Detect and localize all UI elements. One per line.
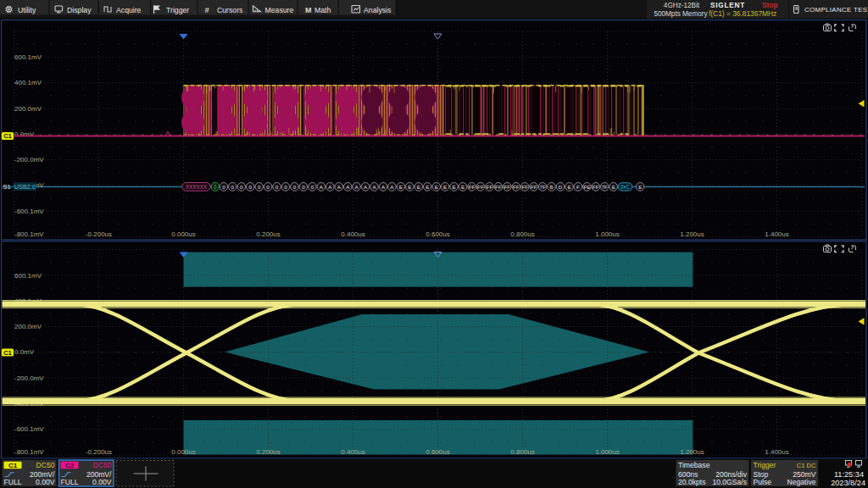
svg-text:-800.1mV: -800.1mV	[14, 448, 44, 456]
svg-text:7F: 7F	[602, 184, 608, 190]
svg-text:0: 0	[240, 184, 243, 190]
svg-text:0: 0	[311, 184, 314, 190]
svg-text:7F: 7F	[539, 184, 545, 190]
svg-text:Timebase: Timebase	[678, 461, 710, 469]
svg-text:0: 0	[284, 184, 287, 190]
svg-text:SIGLENT: SIGLENT	[710, 2, 745, 9]
svg-text:400.1mV: 400.1mV	[14, 79, 42, 86]
svg-text:-200.0mV: -200.0mV	[14, 374, 44, 382]
svg-text:C1: C1	[3, 349, 12, 357]
svg-text:E: E	[612, 184, 615, 190]
svg-text:FULL: FULL	[61, 478, 79, 486]
svg-text:20.0kpts: 20.0kpts	[678, 478, 706, 486]
svg-text:FF: FF	[495, 184, 502, 190]
svg-text:FF: FF	[487, 184, 493, 190]
svg-text:C1: C1	[3, 132, 12, 140]
svg-text:1.400us: 1.400us	[765, 448, 788, 456]
svg-text:0.400us: 0.400us	[341, 230, 364, 238]
svg-text:0: 0	[222, 184, 225, 190]
svg-text:FF: FF	[521, 184, 528, 190]
svg-text:E: E	[567, 184, 570, 190]
svg-text:10.0GSa/s: 10.0GSa/s	[712, 478, 747, 486]
svg-text:FULL: FULL	[4, 478, 22, 486]
svg-text:Measure: Measure	[265, 6, 294, 14]
svg-text:Negative: Negative	[787, 478, 816, 486]
svg-text:0: 0	[231, 184, 235, 190]
svg-text:S1: S1	[3, 183, 11, 191]
svg-text:FF: FF	[513, 184, 520, 190]
svg-text:Analysis: Analysis	[364, 6, 392, 14]
svg-text:0: 0	[302, 184, 305, 190]
svg-text:Stop: Stop	[762, 1, 778, 9]
svg-text:E: E	[435, 184, 438, 190]
svg-text:Display: Display	[67, 6, 92, 14]
svg-text:0.0mV: 0.0mV	[14, 348, 35, 356]
svg-text:0.800us: 0.800us	[510, 230, 534, 238]
svg-text:Acquire: Acquire	[116, 6, 142, 14]
svg-text:4GHz-12Bit: 4GHz-12Bit	[664, 2, 700, 9]
svg-text:0xC: 0xC	[620, 184, 631, 190]
svg-text:C2: C2	[65, 462, 75, 469]
svg-text:0.400us: 0.400us	[341, 448, 364, 456]
svg-text:E: E	[426, 184, 429, 190]
svg-text:1.000us: 1.000us	[595, 230, 619, 238]
svg-text:B: B	[550, 184, 554, 190]
svg-text:1.400us: 1.400us	[765, 230, 788, 238]
svg-text:Pulse: Pulse	[754, 478, 772, 486]
svg-text:Trigger: Trigger	[166, 6, 189, 14]
svg-text:-600.1mV: -600.1mV	[14, 425, 44, 433]
svg-text:C1: C1	[8, 462, 18, 469]
svg-text:2023/8/24: 2023/8/24	[831, 479, 865, 487]
svg-text:0.200us: 0.200us	[256, 230, 280, 238]
svg-text:-0.200us: -0.200us	[86, 230, 112, 238]
svg-text:600.1mV: 600.1mV	[14, 272, 42, 280]
svg-text:0.200us: 0.200us	[256, 448, 280, 456]
svg-text:1.200us: 1.200us	[680, 448, 704, 456]
svg-text:0.800us: 0.800us	[510, 448, 534, 456]
svg-text:0.000us: 0.000us	[171, 448, 195, 456]
svg-text:Utility: Utility	[18, 6, 36, 14]
svg-text:#: #	[205, 5, 210, 14]
svg-text:-200.0mV: -200.0mV	[14, 156, 44, 164]
svg-text:1.200us: 1.200us	[680, 230, 704, 238]
svg-text:FF: FF	[593, 184, 599, 190]
svg-text:600.1mV: 600.1mV	[14, 53, 42, 61]
svg-text:COMPLIANCE TEST: COMPLIANCE TEST	[804, 6, 868, 14]
svg-text:0: 0	[293, 184, 297, 190]
svg-text:-0.200us: -0.200us	[86, 448, 112, 456]
svg-text:C1 DC: C1 DC	[797, 462, 816, 469]
svg-text:-800.1mV: -800.1mV	[14, 230, 44, 238]
svg-text:XXXXXX: XXXXXX	[186, 184, 208, 190]
svg-text:M: M	[305, 6, 312, 14]
svg-text:Math: Math	[314, 6, 331, 14]
svg-text:0: 0	[266, 184, 270, 190]
svg-text:0: 0	[275, 184, 279, 190]
svg-text:200.0mV: 200.0mV	[14, 323, 42, 330]
svg-text:0.000us: 0.000us	[171, 230, 195, 238]
svg-text:0.00V: 0.00V	[92, 478, 112, 486]
svg-text:D: D	[559, 184, 563, 190]
svg-text:E: E	[443, 184, 447, 190]
svg-text:0: 0	[214, 184, 217, 190]
svg-text:E: E	[461, 184, 465, 190]
svg-text:USB2.0: USB2.0	[14, 183, 36, 191]
svg-text:DC50: DC50	[93, 461, 112, 469]
svg-text:0: 0	[248, 184, 252, 190]
svg-text:FF: FF	[531, 184, 537, 190]
svg-text:E: E	[453, 184, 456, 190]
svg-text:DC50: DC50	[36, 461, 55, 469]
svg-text:FF: FF	[477, 184, 484, 190]
svg-text:Trigger: Trigger	[754, 461, 776, 469]
svg-text:-600.1mV: -600.1mV	[14, 208, 44, 215]
svg-text:0.600us: 0.600us	[426, 448, 449, 456]
svg-text:0: 0	[258, 184, 261, 190]
svg-text:FF: FF	[469, 184, 476, 190]
svg-text:200.0mV: 200.0mV	[14, 105, 42, 113]
svg-text:E: E	[638, 184, 642, 190]
svg-text:F: F	[576, 184, 580, 190]
svg-text:0.00V: 0.00V	[36, 478, 55, 486]
svg-text:FF: FF	[504, 184, 511, 190]
svg-text:E: E	[417, 184, 420, 190]
svg-text:500Mpts Memory: 500Mpts Memory	[654, 10, 708, 18]
svg-text:FE: FE	[583, 184, 590, 190]
